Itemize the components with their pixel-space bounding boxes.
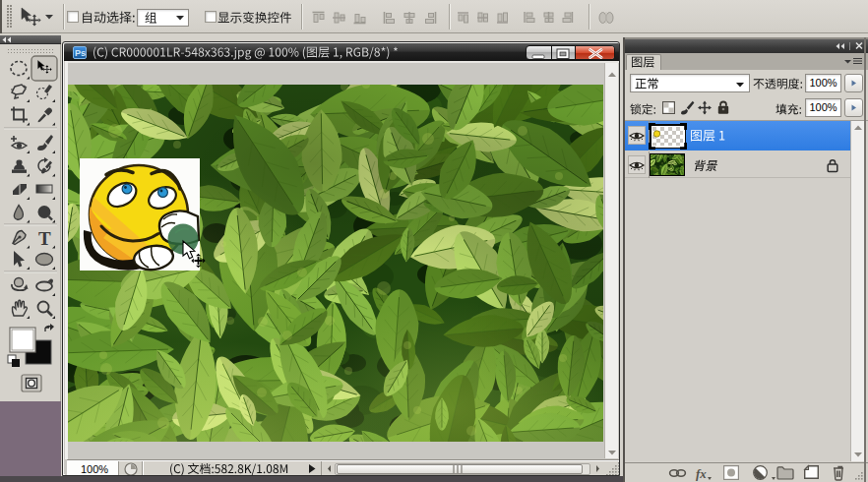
svg-text:T: T [38, 228, 51, 249]
svg-text:fx: fx [696, 466, 707, 481]
